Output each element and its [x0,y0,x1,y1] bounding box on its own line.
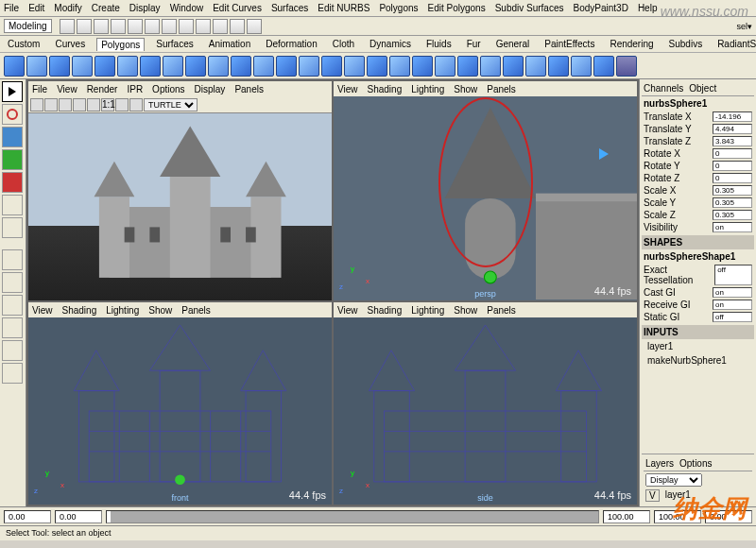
attr-value[interactable]: on [713,300,752,310]
shelf-button[interactable] [367,56,387,77]
status-icon[interactable] [111,19,126,34]
menu-subdiv[interactable]: Subdiv Surfaces [495,3,564,13]
menu-display[interactable]: Display [129,3,161,13]
attr-value[interactable]: 0 [713,161,752,171]
vp-btn[interactable]: 1:1 [101,98,114,111]
mode-selector[interactable]: Modeling [4,19,52,33]
vp-btn[interactable] [30,98,43,111]
time-slider[interactable]: 0.00 0.00 100.00 100.00 0.00 [0,506,756,525]
shape-name[interactable]: nurbsSphereShape1 [642,249,754,264]
menu-edit-polygons[interactable]: Edit Polygons [428,3,486,13]
status-icon[interactable] [247,19,262,34]
layout-two-h[interactable] [2,295,23,316]
shelf-button[interactable] [344,56,365,77]
menu-file[interactable]: File [4,3,19,13]
attr-value[interactable]: on [713,287,752,298]
status-icon[interactable] [213,19,228,34]
layout-two-v[interactable] [2,317,23,338]
attr-value[interactable]: off [713,312,752,322]
shelf-tab[interactable]: Dynamics [366,38,415,50]
shelf-button[interactable] [163,56,183,77]
viewport-top-right[interactable]: ViewShadingLightingShowPanels z persp 44… [334,81,637,300]
shelf-button[interactable] [321,56,342,77]
shelf-tab[interactable]: Animation [205,38,254,50]
attr-value[interactable]: -14.196 [713,111,752,122]
move-tool[interactable] [2,127,23,147]
shelf-button[interactable] [94,56,115,77]
vp-btn[interactable] [129,98,143,111]
shelf-button[interactable] [571,56,592,77]
status-icon[interactable] [230,19,245,34]
shelf-tab[interactable]: Subdivs [665,38,707,50]
menu-edit-curves[interactable]: Edit Curves [213,3,262,13]
menu-edit[interactable]: Edit [28,3,44,13]
status-icon[interactable] [94,19,109,34]
status-icon[interactable] [179,19,194,34]
channels-tab[interactable]: Channels [644,83,683,94]
shelf-button[interactable] [525,56,546,77]
attr-value[interactable]: 0.305 [713,185,752,196]
shelf-button[interactable] [480,56,501,77]
status-icon[interactable] [196,19,211,34]
attr-value[interactable]: 0.305 [713,210,752,220]
attr-value[interactable]: off [714,265,752,285]
menu-window[interactable]: Window [170,3,204,13]
select-tool[interactable] [2,81,23,102]
show-manip-tool[interactable] [2,195,23,215]
shelf-button[interactable] [117,56,138,77]
layer-mode-select[interactable]: Display [645,473,702,487]
attr-value[interactable]: 0.305 [713,197,752,208]
renderer-select[interactable]: TURTLE [144,98,198,111]
shelf-tab[interactable]: Cloth [329,38,358,50]
shelf-button[interactable] [548,56,569,77]
viewport-bottom-left[interactable]: ViewShadingLightingShowPanels z front 44… [28,302,332,505]
status-icon[interactable] [162,19,177,34]
shelf-button[interactable] [457,56,478,77]
time-start[interactable]: 0.00 [4,510,51,523]
shelf-tab[interactable]: Custom [4,38,43,50]
status-icon[interactable] [60,19,75,34]
shelf-button[interactable] [253,56,274,77]
shelf-button[interactable] [26,56,47,77]
menu-polygons[interactable]: Polygons [379,3,418,13]
menu-modify[interactable]: Modify [54,3,81,13]
range-start[interactable]: 100.00 [603,510,650,523]
layout-outliner[interactable] [2,340,23,361]
last-tool[interactable] [2,217,23,238]
shelf-tab[interactable]: Fur [463,38,485,50]
shelf-button[interactable] [593,56,614,77]
shelf-button[interactable] [299,56,319,77]
time-end[interactable]: 0.00 [55,510,102,523]
vp-btn[interactable] [44,98,58,111]
viewport-bottom-right[interactable]: ViewShadingLightingShowPanels z side 44.… [334,302,637,505]
vp-btn[interactable] [73,98,86,111]
vp-btn[interactable] [115,98,129,111]
shelf-tab[interactable]: Deformation [262,38,320,50]
shelf-button[interactable] [503,56,524,77]
layout-four[interactable] [2,272,23,293]
shelf-button[interactable] [49,56,70,77]
scale-tool[interactable] [2,172,23,193]
attr-value[interactable]: 4.494 [713,124,752,134]
shelf-tab[interactable]: Fluids [422,38,455,50]
lasso-tool[interactable] [2,104,23,125]
input-node[interactable]: layer1 [642,339,754,353]
shelf-button[interactable] [185,56,206,77]
shelf-tab[interactable]: General [492,38,534,50]
menu-edit-nurbs[interactable]: Edit NURBS [318,3,369,13]
status-icon[interactable] [145,19,160,34]
shelf-button[interactable] [72,56,93,77]
vp-btn[interactable] [87,98,100,111]
shelf-button[interactable] [435,56,455,77]
shelf-tab[interactable]: RadiantSquare [713,38,756,50]
shelf-tab[interactable]: Surfaces [152,38,197,50]
shelf-tab[interactable]: Curves [51,38,89,50]
status-icon[interactable] [128,19,143,34]
shelf-button[interactable] [140,56,161,77]
menu-bodypaint[interactable]: BodyPaint3D [574,3,628,13]
shelf-button[interactable] [276,56,297,77]
attr-value[interactable]: on [713,222,752,232]
shelf-button[interactable] [389,56,410,77]
menu-help[interactable]: Help [638,3,658,13]
shelf-button[interactable] [208,56,229,77]
